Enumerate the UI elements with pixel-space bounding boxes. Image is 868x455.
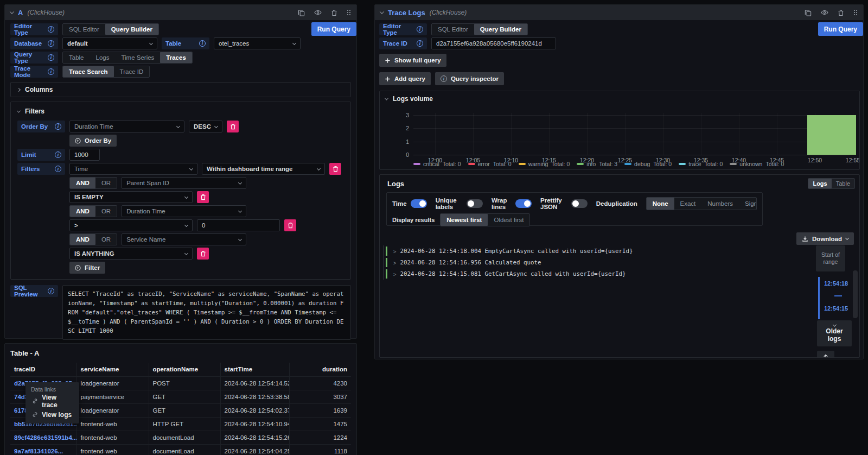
order-by-direction-select[interactable]: DESC bbox=[189, 121, 222, 132]
legend-label[interactable]: info bbox=[586, 161, 596, 167]
info-icon[interactable] bbox=[55, 166, 61, 172]
column-header-duration[interactable]: duration bbox=[289, 363, 351, 376]
option-trace-search[interactable]: Trace Search bbox=[63, 66, 114, 77]
option-sql-editor[interactable]: SQL Editor bbox=[63, 24, 105, 35]
add-order-by-button[interactable]: Order By bbox=[69, 135, 117, 147]
option-and[interactable]: AND bbox=[70, 206, 95, 217]
option-or[interactable]: OR bbox=[95, 234, 117, 245]
option-logs[interactable]: Logs bbox=[808, 179, 831, 188]
option-and[interactable]: AND bbox=[70, 178, 95, 188]
option-newest-first[interactable]: Newest first bbox=[441, 214, 488, 226]
legend-label[interactable]: warning bbox=[528, 161, 548, 167]
log-row[interactable]: >2024-06-28 12:54:16.956 Calculated quot… bbox=[384, 257, 801, 268]
remove-time-filter-button[interactable] bbox=[329, 163, 341, 175]
option-or[interactable]: OR bbox=[95, 178, 117, 188]
option-query-builder[interactable]: Query Builder bbox=[105, 24, 158, 35]
older-logs-button[interactable]: Older logs bbox=[817, 320, 852, 346]
option-or[interactable]: OR bbox=[95, 206, 117, 217]
log-row[interactable]: >2024-06-28 12:54:15.081 GetCartAsync ca… bbox=[384, 268, 801, 280]
option-trace-id[interactable]: Trace ID bbox=[114, 66, 150, 77]
info-icon[interactable] bbox=[48, 288, 54, 294]
log-range-indicator[interactable]: 12:54:18 12:54:15 bbox=[818, 277, 856, 319]
legend-item-unknown[interactable]: unknownTotal: 0 bbox=[730, 161, 784, 167]
eye-icon[interactable] bbox=[314, 9, 322, 16]
table-select[interactable]: otel_traces bbox=[214, 37, 301, 49]
show-full-query-button[interactable]: Show full query bbox=[379, 54, 446, 67]
option-exact[interactable]: Exact bbox=[674, 198, 702, 210]
legend-label[interactable]: error bbox=[478, 161, 490, 167]
add-filter-button[interactable]: Filter bbox=[69, 262, 105, 274]
condition-1-field-select[interactable]: Parent Span ID bbox=[122, 177, 246, 189]
condition-2-operator-select[interactable]: > bbox=[69, 219, 193, 231]
option-query-builder[interactable]: Query Builder bbox=[474, 24, 527, 35]
remove-condition-3-button[interactable] bbox=[197, 248, 209, 260]
option-table[interactable]: Table bbox=[63, 52, 90, 63]
info-icon[interactable] bbox=[417, 40, 423, 47]
trace-id-link[interactable]: 89cf4286e631591b4... bbox=[10, 431, 76, 444]
legend-label[interactable]: unknown bbox=[739, 161, 762, 167]
legend-item-trace[interactable]: traceTotal: 0 bbox=[679, 161, 723, 167]
panel-title[interactable]: A bbox=[18, 9, 23, 17]
condition-2-value-input[interactable]: 0 bbox=[197, 219, 280, 231]
column-header-operationname[interactable]: operationName bbox=[149, 363, 220, 376]
condition-2-field-select[interactable]: Duration Time bbox=[122, 205, 246, 217]
copy-icon[interactable] bbox=[805, 9, 812, 16]
eye-icon[interactable] bbox=[821, 9, 828, 16]
condition-1-operator-select[interactable]: IS EMPTY bbox=[69, 191, 193, 203]
legend-item-info[interactable]: infoTotal: 3 bbox=[577, 161, 617, 167]
option-traces[interactable]: Traces bbox=[160, 52, 192, 63]
panel-title[interactable]: Trace Logs bbox=[388, 9, 425, 17]
view-trace-menu-item[interactable]: View trace bbox=[25, 394, 79, 408]
time-filter-operator-select[interactable]: Within dashboard time range bbox=[202, 163, 325, 175]
legend-label[interactable]: critical bbox=[423, 161, 439, 167]
info-icon[interactable] bbox=[55, 151, 61, 158]
time-switch[interactable] bbox=[411, 199, 427, 208]
option-none[interactable]: None bbox=[647, 198, 674, 210]
legend-item-critical[interactable]: criticalTotal: 0 bbox=[413, 161, 461, 167]
drag-handle-icon[interactable] bbox=[853, 9, 858, 16]
option-sql-editor[interactable]: SQL Editor bbox=[432, 24, 474, 35]
column-header-traceid[interactable]: traceID bbox=[10, 363, 76, 376]
expand-chevron-icon[interactable]: > bbox=[393, 260, 396, 266]
option-and[interactable]: AND bbox=[70, 234, 95, 245]
info-icon[interactable] bbox=[199, 40, 206, 47]
trash-icon[interactable] bbox=[331, 9, 337, 16]
unique-labels-switch[interactable] bbox=[467, 199, 483, 208]
option-signature[interactable]: Signature bbox=[739, 198, 757, 210]
info-icon[interactable] bbox=[48, 54, 54, 61]
option-time-series[interactable]: Time Series bbox=[115, 52, 160, 63]
order-by-field-select[interactable]: Duration Time bbox=[69, 121, 184, 132]
legend-item-debug[interactable]: debugTotal: 0 bbox=[624, 161, 672, 167]
time-filter-field-select[interactable]: Time bbox=[69, 163, 197, 175]
remove-order-by-button[interactable] bbox=[227, 121, 239, 132]
wrap-lines-switch[interactable] bbox=[515, 199, 532, 208]
scroll-to-top-button[interactable] bbox=[817, 351, 834, 358]
copy-icon[interactable] bbox=[298, 9, 305, 16]
logs-volume-bar-info[interactable] bbox=[807, 115, 856, 155]
limit-input[interactable]: 1000 bbox=[69, 149, 100, 161]
legend-item-error[interactable]: errorTotal: 0 bbox=[468, 161, 512, 167]
condition-3-operator-select[interactable]: IS ANYTHING bbox=[69, 248, 193, 260]
query-inspector-button[interactable]: Query inspector bbox=[435, 72, 504, 85]
columns-section-toggle[interactable]: Columns bbox=[10, 82, 351, 97]
trace-id-input[interactable]: d2a7155ef6a928a05680e5ff6190241d bbox=[431, 37, 556, 49]
info-icon[interactable] bbox=[48, 26, 54, 33]
prettify-json-switch[interactable] bbox=[571, 199, 588, 208]
condition-3-field-select[interactable]: Service Name bbox=[122, 233, 246, 245]
legend-label[interactable]: trace bbox=[688, 161, 701, 167]
legend-item-warning[interactable]: warningTotal: 0 bbox=[519, 161, 570, 167]
option-table[interactable]: Table bbox=[832, 179, 854, 188]
add-query-button[interactable]: Add query bbox=[379, 72, 431, 85]
filters-section-toggle[interactable]: Filters bbox=[17, 108, 344, 115]
logs-scrollbar[interactable] bbox=[853, 270, 858, 318]
info-icon[interactable] bbox=[417, 26, 423, 33]
collapse-chevron-icon[interactable] bbox=[10, 9, 14, 14]
download-button[interactable]: Download bbox=[796, 232, 854, 245]
column-header-starttime[interactable]: startTime bbox=[220, 363, 289, 376]
info-icon[interactable] bbox=[48, 40, 54, 47]
log-row[interactable]: >2024-06-28 12:54:18.004 EmptyCartAsync … bbox=[384, 245, 801, 257]
option-oldest-first[interactable]: Oldest first bbox=[488, 214, 529, 226]
collapse-chevron-icon[interactable] bbox=[380, 9, 384, 14]
remove-condition-1-button[interactable] bbox=[197, 191, 209, 203]
run-query-button[interactable]: Run Query bbox=[311, 22, 356, 36]
